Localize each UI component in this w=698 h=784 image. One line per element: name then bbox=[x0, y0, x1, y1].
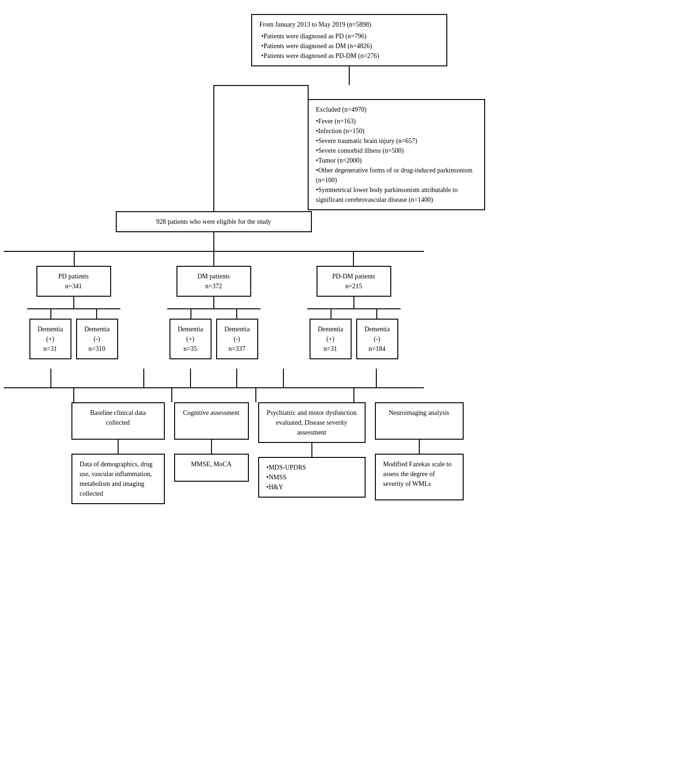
pddm-dementia-pos: Dementia (+) n=31 bbox=[310, 319, 352, 359]
excluded-item-5: •Tumor (n=2000) bbox=[316, 156, 477, 165]
analysis-mid-v1 bbox=[190, 369, 191, 387]
pd-dementia-pos: Dementia (+) n=31 bbox=[29, 319, 71, 359]
connector-h-to-excluded bbox=[214, 85, 308, 86]
dm-n: n=372 bbox=[185, 281, 243, 291]
excluded-title: Excluded (n=4970) bbox=[316, 105, 477, 114]
analysis-bottom-item-1: •MDS-UPDRS bbox=[267, 463, 357, 472]
connector-excluded-down bbox=[308, 85, 309, 99]
pddm-label: PD-DM patients bbox=[325, 271, 383, 281]
connector-branch-down bbox=[213, 85, 214, 211]
pddm-dem-pos-label: Dementia (+) bbox=[318, 324, 343, 344]
analysis-box-4: Neuroimaging analysis bbox=[375, 402, 464, 440]
analysis-bottom-label-4: Modified Fazekas scale to assess the deg… bbox=[383, 459, 455, 489]
dm-dem-neg-label: Dementia (-) bbox=[225, 324, 250, 344]
analysis-left-v1 bbox=[50, 369, 51, 387]
analysis-bottom-item-3: •H&Y bbox=[267, 482, 357, 492]
analysis-c4 bbox=[353, 388, 354, 402]
eligible-box: 928 patients who were eligible for the s… bbox=[116, 211, 312, 232]
analysis-bottom-item-2: •NMSS bbox=[267, 472, 357, 482]
pd-dem-neg-n: n=310 bbox=[85, 344, 110, 354]
pddm-dementia-neg: Dementia (-) n=184 bbox=[356, 319, 398, 359]
pddm-group-box: PD-DM patients n=215 bbox=[317, 266, 391, 297]
pddm-dem-neg-label: Dementia (-) bbox=[365, 324, 390, 344]
inclusion-item-1: •Patients were diagnosed as PD (n=796) bbox=[261, 31, 439, 41]
dm-dem-neg-n: n=337 bbox=[225, 344, 250, 354]
analysis-h-bar-top bbox=[4, 387, 424, 388]
analysis-bottom-label-2: MMSE, MoCA bbox=[183, 459, 240, 469]
analysis-bottom-label-1: Data of demographics, drug use, vascular… bbox=[80, 459, 156, 499]
pd-connector-down bbox=[73, 297, 74, 308]
pddm-dem-neg-n: n=184 bbox=[365, 344, 390, 354]
pddm-n: n=215 bbox=[325, 281, 383, 291]
pd-label: PD patients bbox=[45, 271, 103, 281]
connector-eligible-down bbox=[213, 232, 214, 251]
pd-sub1-connector bbox=[50, 309, 51, 319]
pddm-sub2-connector bbox=[376, 309, 377, 319]
analysis-label-1: Baseline clinical data collected bbox=[80, 408, 156, 428]
analysis1-down bbox=[118, 440, 119, 454]
analysis-right-v1 bbox=[283, 369, 284, 387]
analysis-label-4: Neuroimaging analysis bbox=[383, 408, 455, 418]
dm-dementia-pos: Dementia (+) n=35 bbox=[169, 319, 212, 359]
eligible-text: 928 patients who were eligible for the s… bbox=[156, 218, 271, 225]
pd-group-box: PD patients n=341 bbox=[36, 266, 111, 297]
excluded-box: Excluded (n=4970) •Fever (n=163) •Infect… bbox=[308, 99, 485, 210]
dm-sub2-connector bbox=[236, 309, 237, 319]
excluded-item-1: •Fever (n=163) bbox=[316, 116, 477, 126]
pddm-sub1-connector bbox=[331, 309, 331, 319]
excluded-item-4: •Severe comorbid illness (n=500) bbox=[316, 146, 477, 156]
connector-top-to-branch bbox=[349, 66, 350, 85]
connector-dm-down bbox=[213, 252, 214, 266]
pd-sub2-connector bbox=[96, 309, 97, 319]
analysis-box-1: Baseline clinical data collected bbox=[71, 402, 165, 440]
analysis-c1 bbox=[73, 388, 74, 402]
dm-sub1-connector bbox=[190, 309, 191, 319]
flowchart: From January 2013 to May 2019 (n=5898) •… bbox=[9, 14, 689, 504]
pd-dementia-neg: Dementia (-) n=310 bbox=[76, 319, 118, 359]
analysis-box-2: Cognitive assessment bbox=[174, 402, 249, 440]
analysis-c3 bbox=[255, 388, 256, 402]
dm-dem-pos-label: Dementia (+) bbox=[178, 324, 203, 344]
analysis-bottom-1: Data of demographics, drug use, vascular… bbox=[71, 454, 165, 504]
inclusion-title: From January 2013 to May 2019 (n=5898) bbox=[260, 20, 439, 29]
dm-connector-down bbox=[213, 297, 214, 308]
analysis4-down bbox=[419, 440, 420, 454]
inclusion-item-2: •Patients were diagnosed as DM (n=4826) bbox=[261, 41, 439, 51]
analysis-right-v2 bbox=[376, 369, 377, 387]
inclusion-item-3: •Patients were diagnosed as PD-DM (n=276… bbox=[261, 51, 439, 61]
analysis-bottom-2: MMSE, MoCA bbox=[174, 454, 249, 482]
connector-pddm-down bbox=[353, 252, 354, 266]
inclusion-box: From January 2013 to May 2019 (n=5898) •… bbox=[251, 14, 447, 66]
analysis-box-3: Psychiatric and motor dysfunction evalua… bbox=[258, 402, 366, 443]
excluded-item-6: •Other degenerative forms of or drug-ind… bbox=[316, 165, 477, 185]
pd-n: n=341 bbox=[45, 281, 103, 291]
dm-label: DM patients bbox=[185, 271, 243, 281]
analysis2-down bbox=[211, 440, 212, 454]
excluded-item-7: •Symmetrical lower body parkinsonism att… bbox=[316, 185, 477, 205]
pddm-dem-pos-n: n=31 bbox=[318, 344, 343, 354]
analysis-label-3: Psychiatric and motor dysfunction evalua… bbox=[267, 408, 357, 437]
analysis-label-2: Cognitive assessment bbox=[183, 408, 240, 418]
dm-dementia-neg: Dementia (-) n=337 bbox=[216, 319, 258, 359]
excluded-item-3: •Severe traumatic brain injury (n=657) bbox=[316, 136, 477, 146]
pd-dem-pos-n: n=31 bbox=[38, 344, 63, 354]
dm-dem-pos-n: n=35 bbox=[178, 344, 203, 354]
pd-dem-pos-label: Dementia (+) bbox=[38, 324, 63, 344]
analysis-bottom-3: •MDS-UPDRS •NMSS •H&Y bbox=[258, 457, 366, 498]
excluded-item-2: •Infection (n=150) bbox=[316, 126, 477, 136]
pd-dem-neg-label: Dementia (-) bbox=[85, 324, 110, 344]
connector-pd-down bbox=[74, 252, 75, 266]
analysis-bottom-4: Modified Fazekas scale to assess the deg… bbox=[375, 454, 464, 500]
pddm-connector-down bbox=[353, 297, 354, 308]
dm-group-box: DM patients n=372 bbox=[176, 266, 251, 297]
analysis-c2 bbox=[171, 388, 172, 402]
analysis-left-v2 bbox=[143, 369, 144, 387]
analysis3-down bbox=[311, 443, 312, 457]
analysis-mid-v2 bbox=[236, 369, 237, 387]
